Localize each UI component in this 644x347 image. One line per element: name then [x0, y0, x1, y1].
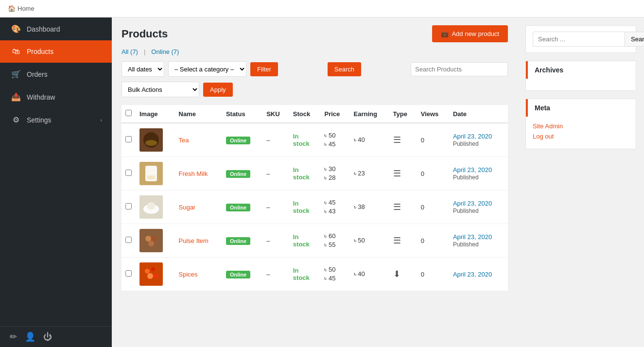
image-header: Image [136, 105, 175, 123]
svg-point-17 [154, 274, 158, 278]
row-image-cell [136, 123, 175, 157]
sidebar-label-products: Products [27, 48, 53, 55]
row-stock-cell: Instock [289, 123, 321, 157]
published-text: Published [453, 174, 479, 181]
date-link[interactable]: April 23, 2020 [453, 200, 492, 207]
withdraw-icon [11, 92, 21, 102]
sidebar-search-input[interactable] [533, 32, 625, 47]
date-link[interactable]: April 23, 2020 [453, 166, 492, 174]
product-name-link[interactable]: Spices [179, 271, 198, 278]
row-image-cell [136, 224, 175, 258]
product-name-link[interactable]: Sugar [179, 204, 196, 211]
sidebar-label-orders: Orders [27, 70, 48, 78]
row-type-cell: ☰ [389, 191, 417, 224]
date-link[interactable]: April 23, 2020 [453, 133, 492, 140]
search-button[interactable]: Search [328, 62, 361, 76]
products-icon [11, 47, 21, 56]
sidebar-item-dashboard[interactable]: Dashboard [0, 17, 112, 40]
bulk-actions-select[interactable]: Bulk Actions [122, 82, 199, 97]
status-badge: Online [226, 271, 250, 278]
earning-value: ৳ 40 [354, 270, 365, 278]
add-product-button[interactable]: 💼 Add new product [432, 25, 508, 42]
product-name-link[interactable]: Pulse Item [179, 237, 209, 244]
svg-point-15 [151, 267, 155, 271]
row-checkbox[interactable] [125, 270, 132, 277]
status-header: Status [222, 105, 262, 123]
sub-nav-online[interactable]: Online (7) [151, 48, 179, 55]
site-admin-link[interactable]: Site Admin [533, 122, 629, 130]
row-name-cell: Tea [175, 123, 222, 157]
row-checkbox[interactable] [125, 136, 132, 142]
type-lines-icon: ☰ [393, 169, 401, 178]
filter-bar: All dates – Select a category – Filter S… [122, 61, 508, 77]
row-earning-cell: ৳ 23 [350, 157, 389, 191]
price-line-1: ৳ 45 [324, 198, 346, 207]
meta-body: Site Admin Log out [526, 117, 636, 149]
date-link[interactable]: April 23, 2020 [453, 233, 492, 241]
orders-icon [11, 69, 21, 79]
sidebar-item-settings[interactable]: Settings › [0, 108, 112, 131]
sku-header: SKU [262, 105, 289, 123]
meta-title: Meta [526, 99, 636, 117]
user-icon-button[interactable]: 👤 [25, 331, 35, 342]
stock-status: Instock [293, 267, 310, 281]
sub-nav-separator: | [144, 48, 145, 55]
stock-status: Instock [293, 166, 310, 181]
type-lines-icon: ☰ [393, 135, 401, 145]
sidebar-label-settings: Settings [27, 116, 52, 124]
filter-button[interactable]: Filter [250, 62, 278, 76]
category-filter-select[interactable]: – Select a category – [168, 61, 246, 77]
status-badge: Online [226, 204, 250, 211]
svg-rect-5 [147, 175, 155, 179]
row-checkbox[interactable] [125, 170, 132, 176]
search-products-input[interactable] [411, 62, 508, 76]
price-line-2: ৳ 55 [324, 241, 346, 249]
briefcase-icon: 💼 [441, 30, 449, 37]
stock-header: Stock [289, 105, 321, 123]
row-earning-cell: ৳ 40 [350, 123, 389, 157]
row-views-cell: 0 [417, 123, 449, 157]
date-header: Date [449, 105, 508, 123]
sidebar-search-button[interactable]: Search [625, 32, 644, 47]
select-all-header [122, 105, 136, 123]
log-out-link[interactable]: Log out [533, 133, 629, 140]
home-link[interactable]: 🏠 Home [8, 5, 35, 12]
row-type-cell: ☰ [389, 123, 417, 157]
product-image [139, 262, 163, 286]
published-text: Published [453, 208, 479, 214]
sub-nav-all[interactable]: All (7) [122, 48, 138, 55]
sidebar-item-withdraw[interactable]: Withdraw [0, 86, 112, 108]
product-name-link[interactable]: Tea [179, 137, 189, 144]
published-text: Published [453, 140, 479, 147]
sidebar-bottom: ✏ 👤 ⏻ [0, 326, 112, 347]
search-widget: Search [525, 25, 636, 53]
price-line-1: ৳ 50 [324, 265, 346, 274]
row-checkbox-cell [122, 157, 136, 191]
price-line-2: ৳ 28 [324, 174, 346, 182]
page-header: Products 💼 Add new product [122, 25, 508, 42]
product-name-link[interactable]: Fresh Milk [179, 170, 208, 177]
apply-button[interactable]: Apply [203, 83, 233, 97]
row-checkbox[interactable] [125, 203, 132, 209]
price-line-2: ৳ 45 [324, 274, 346, 283]
row-type-cell: ☰ [389, 224, 417, 258]
sidebar-item-orders[interactable]: Orders [0, 63, 112, 86]
row-checkbox[interactable] [125, 237, 132, 243]
select-all-checkbox[interactable] [125, 110, 132, 116]
status-badge: Online [226, 170, 250, 178]
row-image-cell [136, 191, 175, 224]
earning-value: ৳ 23 [354, 170, 365, 177]
svg-point-11 [151, 236, 157, 242]
table-row: Pulse Item Online – Instock ৳ 60 ৳ 55 ৳ … [122, 224, 508, 258]
price-header: Price [320, 105, 349, 123]
row-type-cell: ☰ [389, 157, 417, 191]
views-header: Views [417, 105, 449, 123]
power-icon-button[interactable]: ⏻ [43, 331, 52, 342]
date-filter-select[interactable]: All dates [122, 61, 164, 77]
edit-icon-button[interactable]: ✏ [10, 331, 17, 342]
date-link[interactable]: April 23, 2020 [453, 271, 492, 278]
sidebar-item-products[interactable]: Products [0, 40, 112, 63]
svg-point-16 [147, 273, 153, 279]
sub-nav: All (7) | Online (7) [122, 48, 508, 55]
product-image [139, 162, 163, 185]
